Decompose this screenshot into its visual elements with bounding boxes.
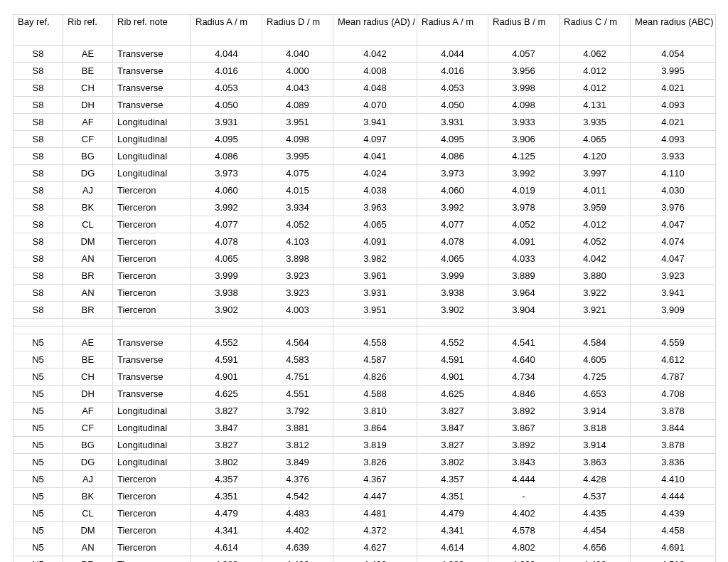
cell-rib-ref-note: Tierceron	[113, 285, 191, 302]
cell-radius-b: 4.033	[488, 250, 560, 267]
cell-radius-a2: 4.086	[417, 148, 488, 165]
col-radius-a2: Radius A / m	[417, 15, 488, 46]
cell-mean-radius-ad: 3.864	[333, 420, 417, 437]
cell-radius-a2: 4.351	[417, 488, 488, 505]
table-row: N5DHTransverse4.6254.5514.5884.6254.8464…	[14, 386, 716, 403]
cell-radius-b: 3.904	[488, 302, 560, 319]
empty-cell	[560, 319, 631, 327]
cell-mean-radius-ad: 4.588	[333, 386, 417, 403]
cell-radius-a2: 4.341	[417, 522, 488, 539]
cell-mean-radius-abc: 3.941	[631, 285, 716, 302]
cell-radius-a2: 3.847	[417, 420, 488, 437]
cell-bay-ref: N5	[14, 505, 63, 522]
cell-radius-b: 3.964	[488, 285, 560, 302]
blank-row	[14, 319, 716, 327]
cell-radius-c: 4.435	[560, 505, 631, 522]
cell-rib-ref: CH	[63, 80, 113, 97]
cell-radius-a: 3.902	[191, 302, 262, 319]
cell-bay-ref: S8	[14, 182, 63, 199]
cell-mean-radius-ad: 4.041	[333, 148, 417, 165]
cell-radius-d: 3.951	[262, 114, 333, 131]
cell-bay-ref: S8	[14, 46, 63, 63]
cell-radius-a: 3.802	[191, 454, 262, 471]
cell-radius-a: 4.591	[191, 351, 262, 369]
col-mean-radius-abc: Mean radius (ABC) / m	[631, 15, 716, 46]
cell-rib-ref-note: Transverse	[113, 46, 191, 63]
cell-bay-ref: S8	[14, 148, 63, 165]
cell-mean-radius-ad: 4.447	[333, 488, 417, 505]
cell-radius-c: 4.012	[560, 63, 631, 80]
cell-bay-ref: N5	[14, 334, 63, 351]
cell-mean-radius-ad: 4.048	[333, 80, 417, 97]
cell-bay-ref: N5	[14, 471, 63, 488]
cell-radius-a: 3.938	[191, 285, 262, 302]
cell-mean-radius-abc: 3.923	[631, 267, 716, 285]
cell-radius-d: 4.376	[262, 471, 333, 488]
cell-mean-radius-ad: 3.826	[333, 454, 417, 471]
cell-rib-ref-note: Tierceron	[113, 505, 191, 522]
cell-rib-ref: AN	[63, 250, 113, 267]
cell-radius-b: 3.867	[488, 420, 560, 437]
cell-radius-a: 4.065	[191, 250, 262, 267]
cell-mean-radius-ad: 4.024	[333, 165, 417, 182]
cell-radius-c: 4.584	[560, 334, 631, 351]
empty-cell	[333, 327, 417, 334]
cell-rib-ref: BK	[63, 488, 113, 505]
cell-bay-ref: S8	[14, 114, 63, 131]
cell-mean-radius-ad: 3.951	[333, 302, 417, 319]
table-row: S8BRTierceron3.9993.9233.9613.9993.8893.…	[14, 267, 716, 285]
empty-cell	[262, 327, 333, 334]
cell-rib-ref-note: Tierceron	[113, 556, 191, 563]
cell-radius-c: 3.922	[560, 285, 631, 302]
cell-rib-ref: AE	[63, 334, 113, 351]
cell-radius-b: 4.846	[488, 386, 560, 403]
cell-radius-a2: 4.050	[417, 97, 488, 114]
empty-cell	[191, 319, 262, 327]
cell-mean-radius-ad: 4.587	[333, 351, 417, 369]
cell-radius-a: 4.050	[191, 97, 262, 114]
col-mean-radius-ad: Mean radius (AD) / m	[333, 15, 417, 46]
cell-mean-radius-abc: 4.093	[631, 131, 716, 148]
cell-rib-ref-note: Longitudinal	[113, 437, 191, 454]
cell-radius-c: 4.653	[560, 386, 631, 403]
cell-radius-d: 3.934	[262, 199, 333, 216]
cell-rib-ref: BG	[63, 148, 113, 165]
cell-mean-radius-ad: 3.941	[333, 114, 417, 131]
cell-radius-d: 4.043	[262, 80, 333, 97]
cell-rib-ref-note: Transverse	[113, 386, 191, 403]
cell-radius-b: -	[488, 488, 560, 505]
empty-cell	[63, 327, 113, 334]
cell-mean-radius-ad: 4.038	[333, 182, 417, 199]
cell-radius-c: 4.725	[560, 369, 631, 386]
cell-rib-ref-note: Tierceron	[113, 471, 191, 488]
radius-data-table: Bay ref. Rib ref. Rib ref. note Radius A…	[13, 14, 716, 562]
cell-radius-c: 4.120	[560, 148, 631, 165]
cell-radius-a: 4.389	[191, 556, 262, 563]
cell-radius-c: 4.537	[560, 488, 631, 505]
table-row: S8BRTierceron3.9024.0033.9513.9023.9043.…	[14, 302, 716, 319]
cell-radius-a2: 3.802	[417, 454, 488, 471]
table-row: S8CLTierceron4.0774.0524.0654.0774.0524.…	[14, 216, 716, 233]
cell-bay-ref: S8	[14, 302, 63, 319]
cell-rib-ref: BR	[63, 302, 113, 319]
cell-radius-c: 4.011	[560, 182, 631, 199]
cell-radius-b: 4.802	[488, 539, 560, 556]
cell-radius-b: 3.906	[488, 131, 560, 148]
cell-mean-radius-ad: 4.409	[333, 556, 417, 563]
cell-radius-c: 4.065	[560, 131, 631, 148]
table-row: S8DHTransverse4.0504.0894.0704.0504.0984…	[14, 97, 716, 114]
cell-radius-c: 4.482	[560, 556, 631, 563]
cell-bay-ref: N5	[14, 403, 63, 420]
cell-rib-ref: BE	[63, 351, 113, 369]
cell-mean-radius-ad: 3.982	[333, 250, 417, 267]
cell-radius-d: 4.564	[262, 334, 333, 351]
cell-rib-ref: DH	[63, 386, 113, 403]
empty-cell	[560, 327, 631, 334]
cell-radius-a: 4.016	[191, 63, 262, 80]
cell-radius-b: 4.098	[488, 97, 560, 114]
cell-bay-ref: S8	[14, 233, 63, 250]
cell-radius-d: 4.103	[262, 233, 333, 250]
cell-rib-ref-note: Longitudinal	[113, 403, 191, 420]
cell-radius-b: 3.892	[488, 437, 560, 454]
cell-radius-c: 3.914	[560, 437, 631, 454]
